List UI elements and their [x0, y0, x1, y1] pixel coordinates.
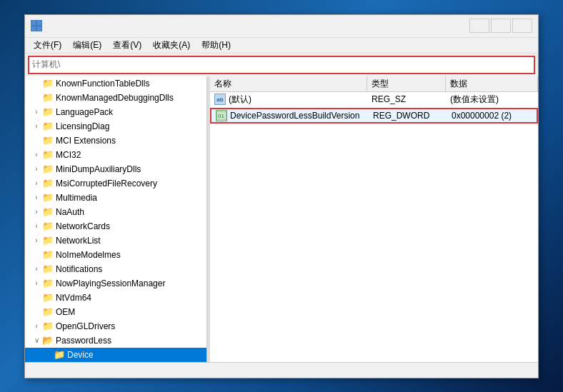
- tree-item-label: LicensingDiag: [56, 121, 109, 131]
- tree-item[interactable]: ›📁NetworkCards: [25, 219, 206, 233]
- tree-arrow-icon: ›: [31, 179, 42, 187]
- tree-item[interactable]: 📁KnownManagedDebuggingDlls: [25, 91, 206, 105]
- menu-item-F[interactable]: 文件(F): [28, 38, 67, 53]
- folder-icon: 📁: [42, 278, 54, 289]
- tree-item-label: Notifications: [56, 264, 102, 274]
- tree-item[interactable]: 📁KnownFunctionTableDlls: [25, 76, 206, 91]
- tree-item[interactable]: 📁Device: [25, 348, 206, 362]
- tree-arrow-icon: ›: [31, 236, 42, 244]
- folder-icon: 📁: [42, 206, 54, 218]
- tree-item[interactable]: ›📁Multimedia: [25, 191, 206, 205]
- tree-item[interactable]: ›📁MsiCorruptedFileRecovery: [25, 176, 206, 191]
- tree-item-label: OEM: [56, 307, 75, 317]
- tree-item-label: Multimedia: [56, 193, 97, 203]
- tree-arrow-icon: ›: [31, 194, 42, 201]
- menu-bar: 文件(F)编辑(E)查看(V)收藏夹(A)帮助(H): [25, 38, 538, 54]
- svg-rect-0: [31, 21, 36, 25]
- tree-arrow-icon: ›: [31, 108, 42, 116]
- reg-value-data: (数值未设置): [446, 92, 538, 107]
- registry-tree[interactable]: 📁KnownFunctionTableDlls 📁KnownManagedDeb…: [25, 76, 207, 362]
- tree-item[interactable]: ›📁OpenGLDrivers: [25, 319, 206, 333]
- tree-item[interactable]: 📁NoImeModelmes: [25, 248, 206, 262]
- tree-item-label: PasswordLess: [56, 336, 111, 346]
- menu-item-H[interactable]: 帮助(H): [196, 38, 236, 53]
- tree-item[interactable]: ›📁Notifications: [25, 262, 206, 276]
- tree-item[interactable]: ›📁NetworkList: [25, 233, 206, 248]
- folder-icon: 📁: [42, 135, 54, 146]
- registry-values-panel: 名称 类型 数据 ab(默认)REG_SZ(数值未设置)01DevicePass…: [210, 76, 538, 362]
- tree-item[interactable]: ∨📂PasswordLess: [25, 333, 206, 348]
- folder-icon: 📁: [42, 249, 54, 261]
- table-row[interactable]: ab(默认)REG_SZ(数值未设置): [210, 92, 538, 108]
- table-header: 名称 类型 数据: [210, 76, 538, 92]
- address-prefix: 计算机\: [32, 59, 60, 71]
- tree-item[interactable]: 📁OEM: [25, 305, 206, 319]
- tree-item[interactable]: ›📁LicensingDiag: [25, 119, 206, 134]
- tree-item-label: KnownFunctionTableDlls: [56, 79, 149, 89]
- address-bar: 计算机\: [28, 56, 535, 74]
- close-button[interactable]: [512, 19, 532, 33]
- tree-arrow-icon: ›: [31, 165, 42, 173]
- menu-item-A[interactable]: 收藏夹(A): [147, 38, 196, 53]
- folder-icon: 📁: [42, 78, 54, 89]
- tree-item-label: KnownManagedDebuggingDlls: [56, 93, 174, 103]
- tree-item[interactable]: ›📁NowPlayingSessionManager: [25, 276, 206, 291]
- tree-item-label: MsiCorruptedFileRecovery: [56, 179, 157, 189]
- tree-arrow-icon: ›: [31, 322, 42, 330]
- folder-icon: 📁: [42, 121, 54, 132]
- folder-icon: 📁: [42, 106, 54, 118]
- tree-item-label: OpenGLDrivers: [56, 321, 115, 331]
- minimize-button[interactable]: [469, 19, 489, 33]
- tree-arrow-icon: ›: [31, 208, 42, 216]
- tree-item[interactable]: 📁MCI Extensions: [25, 134, 206, 148]
- tree-item-label: NetworkCards: [56, 221, 110, 231]
- tree-item-label: LanguagePack: [56, 107, 113, 117]
- tree-item[interactable]: ›📁MiniDumpAuxiliaryDlls: [25, 162, 206, 176]
- svg-rect-2: [31, 26, 36, 31]
- tree-arrow-icon: ›: [31, 265, 42, 273]
- col-data: 数据: [446, 76, 538, 91]
- menu-item-V[interactable]: 查看(V): [107, 38, 147, 53]
- folder-icon: 📁: [42, 235, 54, 246]
- registry-editor-window: 文件(F)编辑(E)查看(V)收藏夹(A)帮助(H) 计算机\ 📁KnownFu…: [24, 14, 539, 378]
- window-icon: [31, 20, 42, 31]
- maximize-button[interactable]: [491, 19, 511, 33]
- tree-item-label: MCI32: [56, 150, 81, 160]
- reg-value-name: (默认): [229, 94, 251, 106]
- folder-icon: 📁: [54, 349, 65, 361]
- tree-item-label: MCI Extensions: [56, 136, 116, 146]
- reg-value-type: REG_DWORD: [369, 109, 447, 122]
- col-type: 类型: [367, 76, 446, 91]
- dword-reg-icon: 01: [216, 110, 227, 121]
- tree-item-label: NtVdm64: [56, 293, 91, 303]
- folder-icon: 📁: [42, 192, 54, 203]
- status-bar: [25, 362, 538, 378]
- folder-icon: 📁: [42, 164, 54, 175]
- tree-item-label: Device: [67, 350, 94, 360]
- col-name: 名称: [210, 76, 367, 91]
- tree-arrow-icon: ›: [31, 151, 42, 159]
- reg-value-type: REG_SZ: [367, 93, 446, 106]
- folder-icon: 📁: [42, 92, 54, 104]
- folder-icon: 📂: [42, 335, 54, 346]
- tree-arrow-icon: ›: [31, 122, 42, 130]
- tree-item[interactable]: ›📁LanguagePack: [25, 105, 206, 119]
- tree-item-label: NetworkList: [56, 236, 101, 246]
- table-row[interactable]: 01DevicePasswordLessBuildVersionREG_DWOR…: [210, 108, 538, 124]
- reg-value-data: 0x00000002 (2): [447, 109, 537, 122]
- folder-icon: 📁: [42, 306, 54, 318]
- table-body: ab(默认)REG_SZ(数值未设置)01DevicePasswordLessB…: [210, 92, 538, 362]
- menu-item-E[interactable]: 编辑(E): [67, 38, 107, 53]
- tree-arrow-icon: ›: [31, 279, 42, 287]
- tree-item[interactable]: ›📁NaAuth: [25, 205, 206, 219]
- folder-icon: 📁: [42, 178, 54, 189]
- title-bar: [25, 15, 538, 38]
- folder-icon: 📁: [42, 321, 54, 332]
- reg-value-name: DevicePasswordLessBuildVersion: [230, 111, 359, 121]
- title-bar-buttons: [469, 19, 532, 33]
- tree-item[interactable]: 📁NtVdm64: [25, 291, 206, 305]
- tree-item[interactable]: ›📁MCI32: [25, 148, 206, 162]
- svg-text:01: 01: [218, 113, 224, 119]
- folder-icon: 📁: [42, 263, 54, 275]
- tree-item-label: MiniDumpAuxiliaryDlls: [56, 164, 141, 174]
